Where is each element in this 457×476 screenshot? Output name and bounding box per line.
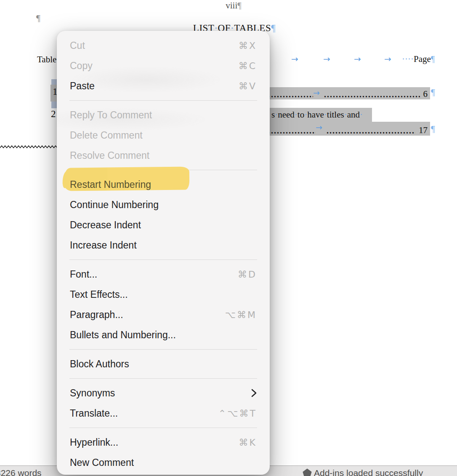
- menu-item-delete-comment-label: Delete Comment: [70, 130, 257, 141]
- menu-item-block-authors-label: Block Authors: [70, 358, 257, 370]
- tab-mark-icon: →: [291, 54, 298, 64]
- table-column-label: Table: [37, 54, 56, 65]
- page-column-label: ····Page¶: [402, 54, 435, 64]
- menu-item-paragraph-shortcut: ⌥⌘M: [225, 310, 257, 320]
- menu-item-paragraph-label: Paragraph...: [70, 309, 225, 321]
- menu-item-paragraph[interactable]: Paragraph... ⌥⌘M: [57, 305, 270, 325]
- menu-item-new-comment[interactable]: New Comment: [57, 452, 270, 473]
- submenu-chevron-icon: [251, 388, 257, 398]
- menu-item-bullets-and-numbering[interactable]: Bullets and Numbering...: [57, 325, 270, 345]
- menu-item-paste[interactable]: Paste ⌘V: [57, 76, 270, 96]
- tab-mark-icon: →: [354, 54, 361, 64]
- menu-item-new-comment-label: New Comment: [70, 457, 257, 468]
- menu-item-synonyms-label: Synonyms: [70, 388, 251, 399]
- menu-item-increase-indent-label: Increase Indent: [70, 240, 257, 251]
- menu-item-synonyms[interactable]: Synonyms: [57, 383, 270, 403]
- menu-item-paste-label: Paste: [70, 80, 239, 92]
- tab-mark-icon: →: [323, 54, 330, 64]
- menu-item-translate-label: Translate...: [70, 408, 218, 419]
- menu-item-text-effects[interactable]: Text Effects...: [57, 284, 270, 305]
- section-break-zigzag: [0, 145, 64, 149]
- list-number-2: 2: [51, 109, 56, 120]
- toc-entry-2-page: 17: [419, 125, 428, 136]
- menu-item-hyperlink-label: Hyperlink...: [70, 437, 239, 448]
- toc-entry-1-leader: ........................................…: [259, 87, 430, 99]
- menu-item-bullets-and-numbering-label: Bullets and Numbering...: [70, 329, 257, 341]
- context-menu: Cut ⌘X Copy ⌘C Paste ⌘V Reply To Comment…: [57, 31, 270, 475]
- toc-entry-2-text: s·need·to·have·titles·and·: [259, 108, 372, 122]
- menu-separator: [69, 378, 257, 379]
- menu-item-delete-comment: Delete Comment: [57, 125, 270, 145]
- menu-separator: [69, 259, 257, 260]
- menu-separator: [69, 428, 257, 428]
- menu-item-text-effects-label: Text Effects...: [70, 289, 257, 300]
- menu-item-reply-to-comment: Reply To Comment: [57, 105, 270, 125]
- addin-status-message: Add-ins loaded successfully: [314, 468, 423, 476]
- menu-item-copy-label: Copy: [70, 60, 239, 72]
- menu-item-copy: Copy ⌘C: [57, 56, 270, 76]
- menu-item-increase-indent[interactable]: Increase Indent: [57, 235, 270, 255]
- menu-item-copy-shortcut: ⌘C: [239, 61, 257, 71]
- menu-item-translate-shortcut: ⌃⌥⌘T: [218, 408, 257, 419]
- menu-separator: [69, 349, 257, 350]
- menu-item-cut: Cut ⌘X: [57, 35, 270, 56]
- menu-item-resolve-comment: Resolve Comment: [57, 145, 270, 166]
- menu-item-decrease-indent[interactable]: Decrease Indent: [57, 215, 270, 235]
- pilcrow-mark: ¶: [431, 123, 435, 134]
- page-number-text: viii: [226, 0, 237, 11]
- menu-item-hyperlink-shortcut: ⌘K: [239, 437, 257, 448]
- menu-item-font[interactable]: Font... ⌘D: [57, 264, 270, 284]
- menu-item-block-authors[interactable]: Block Authors: [57, 354, 270, 374]
- menu-item-reply-to-comment-label: Reply To Comment: [70, 110, 257, 121]
- menu-item-resolve-comment-label: Resolve Comment: [70, 150, 257, 161]
- menu-item-continue-numbering-label: Continue Numbering: [70, 199, 257, 211]
- word-count[interactable]: 3226 words: [0, 468, 42, 476]
- menu-item-cut-label: Cut: [70, 40, 239, 51]
- menu-separator: [69, 100, 257, 101]
- pilcrow-mark: ¶: [431, 54, 435, 64]
- pilcrow-mark: ¶: [431, 87, 435, 98]
- toc-entry-1-page: 6: [423, 89, 428, 99]
- tab-mark-icon: →: [384, 54, 391, 64]
- menu-item-cut-shortcut: ⌘X: [239, 40, 257, 51]
- leader-dots: ........................................…: [324, 90, 420, 99]
- menu-item-continue-numbering[interactable]: Continue Numbering: [57, 195, 270, 215]
- toc-entry-2-leader: ........................................…: [259, 122, 430, 136]
- page-label-text: Page: [414, 54, 431, 64]
- entry-2-text: s·need·to·have·titles·and·: [271, 110, 363, 120]
- pilcrow-mark: ¶: [271, 23, 276, 33]
- menu-item-font-shortcut: ⌘D: [238, 269, 257, 280]
- add-in-icon: [303, 468, 312, 476]
- tab-mark-icon: →: [313, 88, 324, 97]
- menu-item-font-label: Font...: [70, 269, 238, 280]
- menu-item-restart-numbering[interactable]: Restart Numbering: [57, 174, 270, 195]
- space-marks: ····: [402, 54, 414, 64]
- menu-item-hyperlink[interactable]: Hyperlink... ⌘K: [57, 432, 270, 452]
- menu-item-translate[interactable]: Translate... ⌃⌥⌘T: [57, 403, 270, 423]
- pilcrow-mark: ¶: [237, 0, 242, 11]
- table-header-row: → → → → ····Page¶: [282, 54, 442, 65]
- page-number: viii¶: [226, 0, 242, 11]
- leader-dots: ........................................…: [327, 126, 415, 136]
- menu-item-paste-shortcut: ⌘V: [239, 81, 257, 91]
- empty-paragraph-mark: ¶: [36, 13, 40, 24]
- menu-item-decrease-indent-label: Decrease Indent: [70, 219, 257, 231]
- tab-mark-icon: →: [316, 123, 327, 132]
- menu-item-restart-numbering-label: Restart Numbering: [70, 179, 257, 190]
